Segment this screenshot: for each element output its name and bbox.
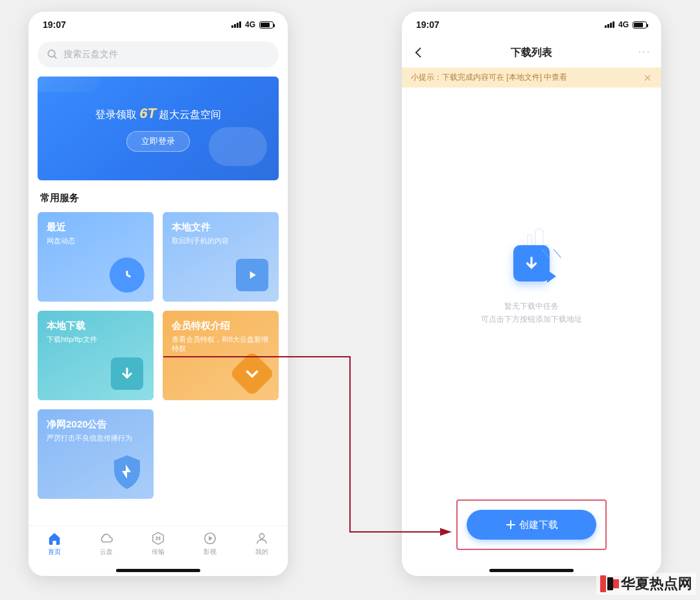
battery-icon	[633, 21, 647, 29]
service-cards: 最近 网盘动态 本地文件 取回到手机的内容 本地下载 下载http/ftp文件	[29, 212, 288, 499]
create-download-button[interactable]: 创建下载	[467, 510, 596, 540]
close-icon[interactable]	[643, 73, 652, 82]
network-label: 4G	[245, 20, 255, 29]
watermark: 华夏热点网	[596, 573, 696, 595]
card-local-files[interactable]: 本地文件 取回到手机的内容	[163, 212, 279, 302]
nav-bar: 下载列表 ⋮	[402, 38, 661, 67]
person-icon	[255, 531, 269, 546]
tab-transfer[interactable]: 传输	[139, 531, 178, 557]
folder-play-icon	[235, 258, 270, 293]
svg-point-4	[259, 534, 264, 538]
tab-home[interactable]: 首页	[35, 531, 74, 557]
banner-cloud-bg	[209, 127, 267, 166]
tab-mine[interactable]: 我的	[242, 531, 281, 557]
watermark-text: 华夏热点网	[621, 574, 692, 594]
status-bar: 19:07 4G	[29, 12, 288, 38]
chevron-down-icon	[235, 356, 270, 391]
phone-screen-home: 19:07 4G 搜索云盘文件 登录领取 6T 超大云盘空间 立即登录 常用服务…	[29, 12, 288, 576]
home-indicator	[116, 569, 200, 572]
empty-line2: 可点击下方按钮添加下载地址	[481, 313, 582, 326]
bottom-tab-bar: 首页 云盘 传输 影视 我的	[29, 525, 288, 576]
signal-icon	[605, 21, 614, 28]
watermark-logo-icon	[600, 575, 617, 592]
empty-illustration: ＼＼	[493, 226, 570, 288]
phone-screen-downloads: 19:07 4G 下载列表 ⋮ 小提示：下载完成内容可在 [本地文件] 中查看 …	[402, 12, 661, 576]
status-indicators: 4G	[231, 20, 274, 29]
banner-folder-tab	[38, 77, 101, 92]
more-button[interactable]: ⋮	[637, 46, 651, 59]
transfer-icon	[151, 531, 165, 546]
video-icon	[203, 531, 217, 546]
empty-state: ＼＼ 暂无下载中任务 可点击下方按钮添加下载地址	[402, 226, 661, 326]
card-vip[interactable]: 会员特权介绍 查看会员特权，和8大云盘新增特权	[163, 311, 279, 400]
empty-line1: 暂无下载中任务	[504, 300, 559, 313]
svg-line-1	[54, 56, 56, 58]
download-icon	[110, 356, 145, 391]
tip-text: 小提示：下载完成内容可在 [本地文件] 中查看	[411, 72, 567, 83]
banner-title: 登录领取 6T 超大云盘空间	[95, 105, 221, 122]
signal-icon	[231, 21, 241, 28]
status-indicators: 4G	[605, 20, 647, 29]
page-title: 下载列表	[511, 46, 552, 60]
cloud-icon	[99, 531, 113, 546]
status-time: 19:07	[416, 19, 439, 30]
section-title: 常用服务	[40, 192, 276, 204]
card-local-download[interactable]: 本地下载 下载http/ftp文件	[38, 311, 154, 400]
tab-cloud[interactable]: 云盘	[87, 531, 126, 557]
home-icon	[47, 531, 62, 546]
search-icon	[47, 49, 58, 60]
shield-icon	[110, 455, 145, 490]
search-placeholder: 搜索云盘文件	[64, 49, 118, 60]
login-banner[interactable]: 登录领取 6T 超大云盘空间 立即登录	[38, 77, 279, 180]
tab-video[interactable]: 影视	[191, 531, 229, 557]
card-notice[interactable]: 净网2020公告 严厉打击不良信息传播行为	[38, 409, 154, 499]
svg-point-0	[48, 50, 55, 57]
login-button[interactable]: 立即登录	[126, 131, 190, 152]
status-bar: 19:07 4G	[402, 12, 661, 38]
back-button[interactable]	[412, 46, 425, 59]
card-recent[interactable]: 最近 网盘动态	[38, 212, 154, 302]
search-input[interactable]: 搜索云盘文件	[38, 42, 279, 67]
battery-icon	[259, 21, 274, 29]
home-indicator	[489, 569, 574, 572]
tip-banner: 小提示：下载完成内容可在 [本地文件] 中查看	[402, 67, 661, 88]
clock-icon	[110, 258, 145, 293]
status-time: 19:07	[43, 19, 66, 30]
plus-icon	[505, 519, 517, 531]
network-label: 4G	[618, 20, 629, 29]
